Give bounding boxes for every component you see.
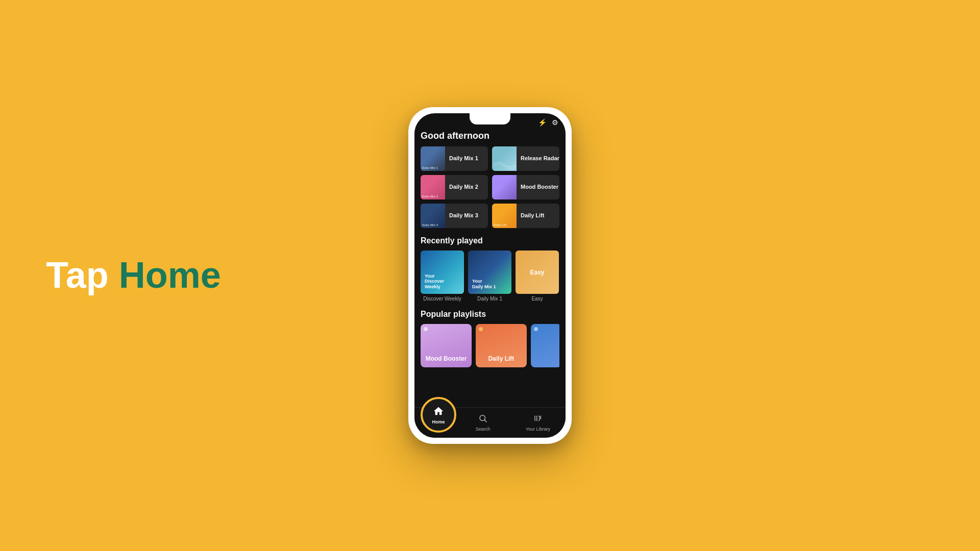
thumb-lift: Daily Lift [492, 204, 517, 228]
dot-lift [479, 327, 483, 331]
home-word: Home [119, 255, 221, 295]
nav-library[interactable]: Your Library [510, 414, 566, 432]
discover-inner-label: YourDiscoverWeekly [425, 273, 460, 290]
flash-icon: ⚡ [538, 118, 547, 127]
quick-label-mood: Mood Booster [521, 184, 558, 190]
thumb-mood [492, 175, 517, 199]
recently-label-discover: Discover Weekly [421, 296, 464, 302]
dailymix1-inner-label: YourDaily Mix 1 [472, 279, 507, 290]
svg-line-1 [484, 420, 486, 422]
recently-card-discover[interactable]: YourDiscoverWeekly Discover Weekly [421, 251, 464, 302]
popular-playlists-header: Popular playlists [421, 310, 559, 319]
thumb-daily3: Daily Mix 3 [421, 204, 445, 228]
phone-content[interactable]: Good afternoon Daily Mix 1 Daily Mix 1 [414, 129, 566, 422]
quick-item-daily3[interactable]: Daily Mix 3 Daily Mix 3 [421, 204, 488, 228]
phone-outer: ⚡ ⚙ Good afternoon Daily Mix 1 Daily Mix… [408, 107, 572, 444]
recently-played-row[interactable]: YourDiscoverWeekly Discover Weekly YourD… [421, 251, 559, 302]
dot-mood [424, 327, 428, 331]
home-icon [433, 406, 444, 419]
phone-screen: ⚡ ⚙ Good afternoon Daily Mix 1 Daily Mix… [414, 113, 566, 438]
thumb-daily2: Daily Mix 2 [421, 175, 445, 199]
thumb-daily1: Daily Mix 1 [421, 146, 445, 171]
svg-point-0 [480, 415, 485, 421]
search-icon [478, 414, 487, 425]
quick-label-lift: Daily Lift [521, 212, 544, 219]
recently-card-easy[interactable]: Easy Easy [516, 251, 559, 302]
search-label: Search [476, 427, 491, 432]
easy-inner-label: Easy [516, 268, 559, 276]
home-label: Home [432, 419, 445, 424]
settings-icon: ⚙ [552, 118, 558, 127]
quick-item-daily2[interactable]: Daily Mix 2 Daily Mix 2 [421, 175, 488, 199]
library-icon [533, 414, 543, 425]
quick-label-release: Release Radar [521, 155, 559, 162]
phone-mockup: ⚡ ⚙ Good afternoon Daily Mix 1 Daily Mix… [408, 107, 572, 444]
quick-grid: Daily Mix 1 Daily Mix 1 Release Radar [421, 146, 559, 228]
recently-label-dailymix1: Daily Mix 1 [468, 296, 511, 302]
popular-playlists-row[interactable]: Mood Booster Daily Lift [421, 324, 559, 367]
quick-item-release[interactable]: Release Radar [492, 146, 559, 171]
tap-word: Tap [46, 255, 109, 295]
quick-item-mood[interactable]: Mood Booster [492, 175, 559, 199]
thumb-release [492, 146, 517, 171]
popular-card-blue[interactable] [531, 324, 559, 367]
popular-card-mood[interactable]: Mood Booster [421, 324, 472, 367]
recently-card-dailymix1[interactable]: YourDaily Mix 1 Daily Mix 1 [468, 251, 511, 302]
recently-played-header: Recently played [421, 236, 559, 245]
quick-label-daily2: Daily Mix 2 [449, 184, 478, 190]
quick-item-daily1[interactable]: Daily Mix 1 Daily Mix 1 [421, 146, 488, 171]
quick-label-daily3: Daily Mix 3 [449, 212, 478, 219]
greeting-text: Good afternoon [421, 131, 559, 141]
nav-search[interactable]: Search [455, 414, 510, 432]
recently-img-easy: Easy [516, 251, 559, 294]
dot-blue [534, 327, 538, 331]
quick-label-daily1: Daily Mix 1 [449, 155, 478, 162]
recently-label-easy: Easy [516, 296, 559, 302]
library-label: Your Library [526, 427, 550, 432]
phone-notch [470, 113, 510, 124]
recently-img-discover: YourDiscoverWeekly [421, 251, 464, 294]
home-circle-button[interactable]: Home [421, 397, 456, 433]
page-title-label: Tap Home [46, 255, 221, 295]
recently-img-dailymix1: YourDaily Mix 1 [468, 251, 511, 294]
popular-label-lift: Daily Lift [476, 355, 527, 362]
popular-card-lift[interactable]: Daily Lift [476, 324, 527, 367]
quick-item-lift[interactable]: Daily Lift Daily Lift [492, 204, 559, 228]
popular-label-mood: Mood Booster [421, 355, 472, 362]
